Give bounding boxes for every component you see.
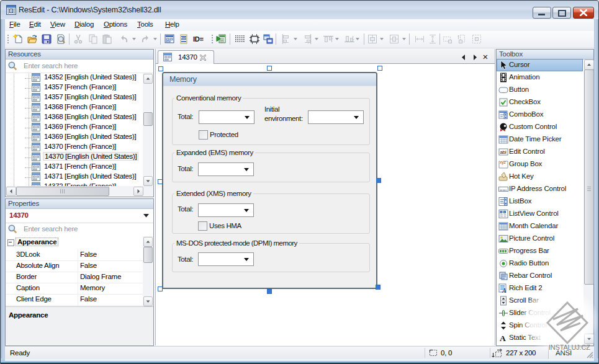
svg-text:A: A	[502, 287, 507, 293]
svg-text:xyz: xyz	[500, 160, 507, 165]
svg-text:A: A	[500, 334, 506, 343]
svg-text:abl: abl	[500, 149, 507, 155]
